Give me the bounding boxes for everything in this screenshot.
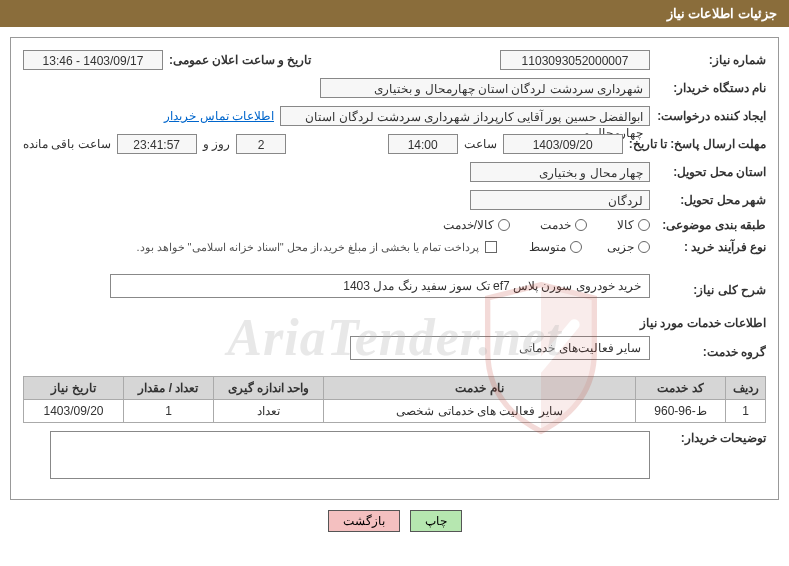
need-desc-value: خرید خودروی سورن پلاس ef7 تک سوز سفید رن… [110,274,650,298]
announce-date-label: تاریخ و ساعت اعلان عمومی: [169,53,311,67]
th-date: تاریخ نیاز [24,377,124,400]
buy-type-radio-group: جزیی متوسط [529,240,650,254]
td-row: 1 [726,400,766,423]
buyer-org-value: شهرداری سردشت لردگان استان چهارمحال و بخ… [320,78,650,98]
radio-goods[interactable]: کالا [617,218,650,232]
td-code: ط-96-960 [636,400,726,423]
delivery-city-label: شهر محل تحویل: [656,193,766,207]
deadline-date-value: 1403/09/20 [503,134,623,154]
remaining-time-value: 23:41:57 [117,134,197,154]
remaining-days-value: 2 [236,134,286,154]
th-unit: واحد اندازه گیری [214,377,324,400]
th-row: ردیف [726,377,766,400]
treasury-checkbox[interactable] [485,241,497,253]
buyer-notes-value [50,431,650,479]
td-unit: تعداد [214,400,324,423]
service-group-label: گروه خدمت: [656,345,766,359]
table-header-row: ردیف کد خدمت نام خدمت واحد اندازه گیری ت… [24,377,766,400]
print-button[interactable]: چاپ [410,510,462,532]
deadline-time-value: 14:00 [388,134,458,154]
deadline-label: مهلت ارسال پاسخ: تا تاریخ: [629,137,766,151]
need-number-value: 1103093052000007 [500,50,650,70]
back-button[interactable]: بازگشت [328,510,400,532]
remaining-label: ساعت باقی مانده [23,137,111,151]
services-table: ردیف کد خدمت نام خدمت واحد اندازه گیری ت… [23,376,766,423]
days-and-label: روز و [203,137,230,151]
radio-medium[interactable]: متوسط [529,240,582,254]
category-label: طبقه بندی موضوعی: [656,218,766,232]
radio-service[interactable]: خدمت [540,218,587,232]
services-info-heading: اطلاعات خدمات مورد نیاز [23,316,766,330]
buyer-org-label: نام دستگاه خریدار: [656,81,766,95]
table-row: 1 ط-96-960 سایر فعالیت های خدماتی شخصی ت… [24,400,766,423]
td-qty: 1 [124,400,214,423]
th-code: کد خدمت [636,377,726,400]
buy-type-label: نوع فرآیند خرید : [656,240,766,254]
delivery-province-value: چهار محال و بختیاری [470,162,650,182]
td-date: 1403/09/20 [24,400,124,423]
page-title: جزئیات اطلاعات نیاز [667,6,777,21]
buyer-contact-link[interactable]: اطلاعات تماس خریدار [164,109,274,123]
td-name: سایر فعالیت های خدماتی شخصی [324,400,636,423]
need-number-label: شماره نیاز: [656,53,766,67]
delivery-city-value: لردگان [470,190,650,210]
requester-value: ابوالفضل حسین پور آقایی کارپرداز شهرداری… [280,106,650,126]
requester-label: ایجاد کننده درخواست: [656,109,766,123]
category-radio-group: کالا خدمت کالا/خدمت [443,218,650,232]
service-group-value: سایر فعالیت‌های خدماتی [350,336,650,360]
buyer-notes-label: توضیحات خریدار: [656,431,766,445]
main-frame: AriaTender.net شماره نیاز: 1103093052000… [10,37,779,500]
radio-goods-service[interactable]: کالا/خدمت [443,218,510,232]
announce-date-value: 1403/09/17 - 13:46 [23,50,163,70]
time-label: ساعت [464,137,497,151]
th-qty: تعداد / مقدار [124,377,214,400]
th-name: نام خدمت [324,377,636,400]
delivery-province-label: استان محل تحویل: [656,165,766,179]
page-header: جزئیات اطلاعات نیاز [0,0,789,27]
treasury-note: پرداخت تمام یا بخشی از مبلغ خرید،از محل … [136,241,479,254]
need-desc-label: شرح کلی نیاز: [656,283,766,297]
radio-partial[interactable]: جزیی [607,240,650,254]
button-row: چاپ بازگشت [0,510,789,532]
